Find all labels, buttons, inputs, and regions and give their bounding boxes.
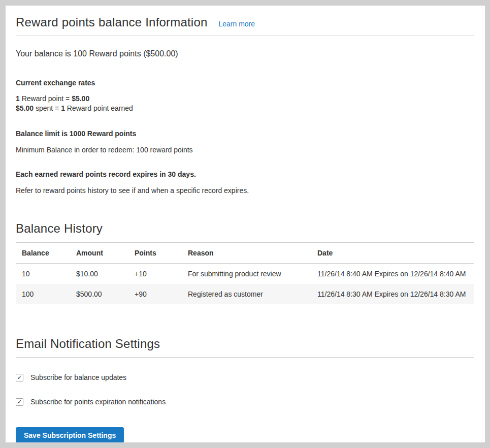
- expiration-heading: Each earned reward points record expires…: [16, 170, 474, 178]
- save-subscription-settings-button[interactable]: Save Subscription Settings: [16, 427, 124, 442]
- email-settings-divider: [16, 357, 474, 358]
- cell-amount: $10.00: [70, 264, 128, 284]
- balance-updates-checkbox[interactable]: ✓: [16, 374, 23, 381]
- balance-history-table: Balance Amount Points Reason Date 10 $10…: [16, 242, 474, 304]
- cell-amount: $500.00: [70, 284, 128, 304]
- cell-balance: 100: [16, 284, 70, 304]
- exchange-rate-line-1: 1 Reward point = $5.00: [16, 94, 474, 104]
- points-expiration-option: ✓ Subscribe for points expiration notifi…: [16, 398, 474, 406]
- cell-reason: Registered as customer: [182, 284, 311, 304]
- column-header-reason: Reason: [182, 243, 311, 264]
- cell-reason: For submitting product review: [182, 264, 311, 284]
- column-header-points: Points: [128, 243, 182, 264]
- column-header-amount: Amount: [70, 243, 128, 264]
- check-icon: ✓: [17, 374, 22, 380]
- page-header: Reward points balance Information Learn …: [16, 15, 474, 29]
- table-header-row: Balance Amount Points Reason Date: [16, 243, 474, 264]
- reward-points-panel: Reward points balance Information Learn …: [6, 6, 485, 442]
- balance-updates-option: ✓ Subscribe for balance updates: [16, 373, 474, 381]
- cell-date: 11/26/14 8:30 AM Expires on 12/26/14 8:3…: [311, 284, 474, 304]
- minimum-balance-text: Minimum Balance in order to redeem: 100 …: [16, 146, 474, 154]
- cell-points: +90: [128, 284, 182, 304]
- balance-history-heading: Balance History: [16, 221, 474, 236]
- points-expiration-checkbox[interactable]: ✓: [16, 398, 23, 406]
- points-expiration-label[interactable]: Subscribe for points expiration notifica…: [30, 398, 166, 406]
- expiration-note: Refer to reward points history to see if…: [16, 186, 474, 195]
- balance-summary: Your balance is 100 Reward points ($500.…: [16, 49, 474, 58]
- cell-points: +10: [128, 264, 182, 284]
- column-header-date: Date: [311, 243, 474, 264]
- exchange-rates-heading: Current exchange rates: [16, 79, 474, 87]
- learn-more-link[interactable]: Learn more: [218, 20, 255, 28]
- table-row: 10 $10.00 +10 For submitting product rev…: [16, 264, 474, 284]
- table-row: 100 $500.00 +90 Registered as customer 1…: [16, 284, 474, 304]
- email-settings-heading: Email Notification Settings: [16, 337, 474, 351]
- cell-date: 11/26/14 8:40 AM Expires on 12/26/14 8:4…: [311, 264, 474, 284]
- page-title: Reward points balance Information: [16, 15, 207, 29]
- exchange-rates: 1 Reward point = $5.00 $5.00 spent = 1 R…: [16, 94, 474, 113]
- balance-updates-label[interactable]: Subscribe for balance updates: [30, 373, 126, 381]
- exchange-rate-line-2: $5.00 spent = 1 Reward point earned: [16, 104, 474, 113]
- cell-balance: 10: [16, 264, 70, 284]
- header-divider: [16, 36, 474, 36]
- check-icon: ✓: [17, 399, 22, 405]
- column-header-balance: Balance: [16, 243, 70, 264]
- balance-limit-heading: Balance limit is 1000 Reward points: [16, 130, 474, 138]
